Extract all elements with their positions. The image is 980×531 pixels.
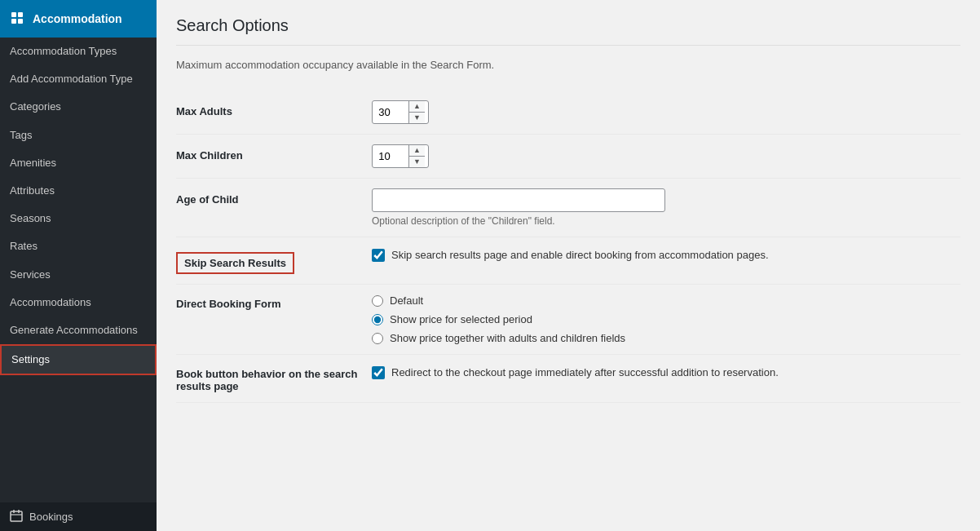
svg-rect-2 xyxy=(11,19,16,24)
direct-booking-form-label: Direct Booking Form xyxy=(176,294,372,310)
max-children-up[interactable]: ▲ xyxy=(409,145,425,156)
max-children-spinner[interactable]: ▲ ▼ xyxy=(372,144,429,168)
skip-search-results-label-wrapper: Skip Search Results xyxy=(176,247,372,274)
direct-booking-radio-group: Default Show price for selected period S… xyxy=(372,294,960,344)
max-children-down[interactable]: ▼ xyxy=(409,156,425,167)
main-content: Search Options Maximum accommodation occ… xyxy=(157,0,980,531)
radio-default-row: Default xyxy=(372,294,960,307)
sidebar-item-services[interactable]: Services xyxy=(0,261,157,289)
max-adults-field: ▲ ▼ xyxy=(372,100,960,124)
sidebar-item-amenities[interactable]: Amenities xyxy=(0,149,157,177)
radio-show-price-adults-row: Show price together with adults and chil… xyxy=(372,332,960,344)
bookings-label: Bookings xyxy=(29,511,73,523)
book-button-row: Book button behavior on the search resul… xyxy=(176,355,960,403)
max-adults-down[interactable]: ▼ xyxy=(409,112,425,123)
skip-search-results-row: Skip Search Results Skip search results … xyxy=(176,237,960,285)
sidebar-item-accommodations[interactable]: Accommodations xyxy=(0,289,157,316)
skip-search-results-checkbox[interactable] xyxy=(372,249,385,262)
svg-rect-4 xyxy=(11,511,22,521)
max-adults-label: Max Adults xyxy=(176,100,372,117)
sidebar-item-rates[interactable]: Rates xyxy=(0,232,157,260)
max-adults-row: Max Adults ▲ ▼ xyxy=(176,91,960,135)
book-button-checkbox[interactable] xyxy=(372,366,385,379)
sidebar-footer-bookings[interactable]: Bookings xyxy=(0,502,157,531)
sidebar: Accommodation Accommodation Types Add Ac… xyxy=(0,0,157,531)
skip-search-results-label: Skip Search Results xyxy=(176,252,294,274)
sidebar-item-seasons[interactable]: Seasons xyxy=(0,205,157,232)
age-of-child-field: Optional description of the "Children" f… xyxy=(372,188,960,227)
sidebar-header-label: Accommodation xyxy=(33,12,122,25)
radio-default[interactable] xyxy=(372,295,383,307)
max-children-label: Max Children xyxy=(176,144,372,162)
book-button-label: Book button behavior on the search resul… xyxy=(176,365,372,392)
max-children-field: ▲ ▼ xyxy=(372,144,960,168)
svg-rect-3 xyxy=(18,19,23,24)
age-of-child-label: Age of Child xyxy=(176,188,372,206)
book-button-field: Redirect to the checkout page immediatel… xyxy=(372,365,960,381)
max-adults-input[interactable] xyxy=(373,102,408,122)
radio-show-price-label: Show price for selected period xyxy=(390,313,532,325)
sidebar-item-add-accommodation-type[interactable]: Add Accommodation Type xyxy=(0,65,157,93)
sidebar-item-tags[interactable]: Tags xyxy=(0,122,157,149)
age-of-child-row: Age of Child Optional description of the… xyxy=(176,179,960,237)
svg-rect-0 xyxy=(11,12,16,17)
description: Maximum accommodation occupancy availabl… xyxy=(176,59,960,71)
book-button-checkbox-row: Redirect to the checkout page immediatel… xyxy=(372,365,960,381)
skip-search-results-text: Skip search results page and enable dire… xyxy=(391,247,769,263)
book-button-text: Redirect to the checkout page immediatel… xyxy=(391,365,779,381)
page-title: Search Options xyxy=(176,16,960,46)
radio-show-price-adults-label: Show price together with adults and chil… xyxy=(390,332,625,344)
sidebar-item-settings[interactable]: Settings xyxy=(0,344,157,375)
max-adults-spinner-buttons: ▲ ▼ xyxy=(408,101,425,123)
age-of-child-input[interactable] xyxy=(372,188,665,212)
radio-show-price-adults[interactable] xyxy=(372,333,383,344)
max-adults-spinner[interactable]: ▲ ▼ xyxy=(372,100,429,124)
calendar-icon xyxy=(10,509,23,524)
radio-show-price-row: Show price for selected period xyxy=(372,313,960,325)
sidebar-item-accommodation-types[interactable]: Accommodation Types xyxy=(0,38,157,65)
skip-search-results-checkbox-row: Skip search results page and enable dire… xyxy=(372,247,960,263)
radio-show-price[interactable] xyxy=(372,314,383,325)
skip-search-results-field: Skip search results page and enable dire… xyxy=(372,247,960,263)
sidebar-item-generate-accommodations[interactable]: Generate Accommodations xyxy=(0,316,157,344)
age-of-child-hint: Optional description of the "Children" f… xyxy=(372,215,960,227)
max-children-spinner-buttons: ▲ ▼ xyxy=(408,145,425,167)
svg-rect-1 xyxy=(18,12,23,17)
max-children-row: Max Children ▲ ▼ xyxy=(176,135,960,179)
max-adults-up[interactable]: ▲ xyxy=(409,101,425,112)
grid-icon xyxy=(10,11,26,27)
direct-booking-form-row: Direct Booking Form Default Show price f… xyxy=(176,285,960,355)
sidebar-item-attributes[interactable]: Attributes xyxy=(0,177,157,205)
sidebar-item-categories[interactable]: Categories xyxy=(0,93,157,121)
radio-default-label: Default xyxy=(390,294,423,307)
max-children-input[interactable] xyxy=(373,146,408,166)
sidebar-header[interactable]: Accommodation xyxy=(0,0,157,38)
direct-booking-form-field: Default Show price for selected period S… xyxy=(372,294,960,344)
